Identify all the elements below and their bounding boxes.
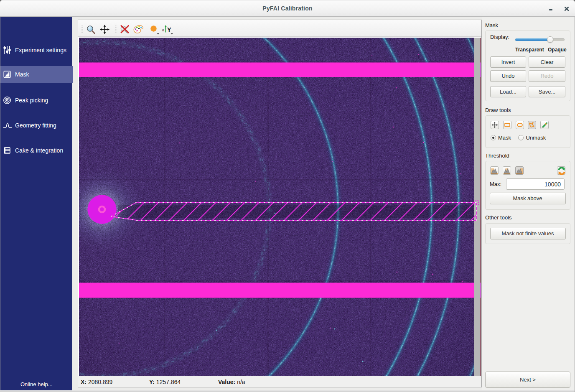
svg-text:0: 0 xyxy=(162,28,164,32)
svg-text:Y: Y xyxy=(167,26,171,33)
